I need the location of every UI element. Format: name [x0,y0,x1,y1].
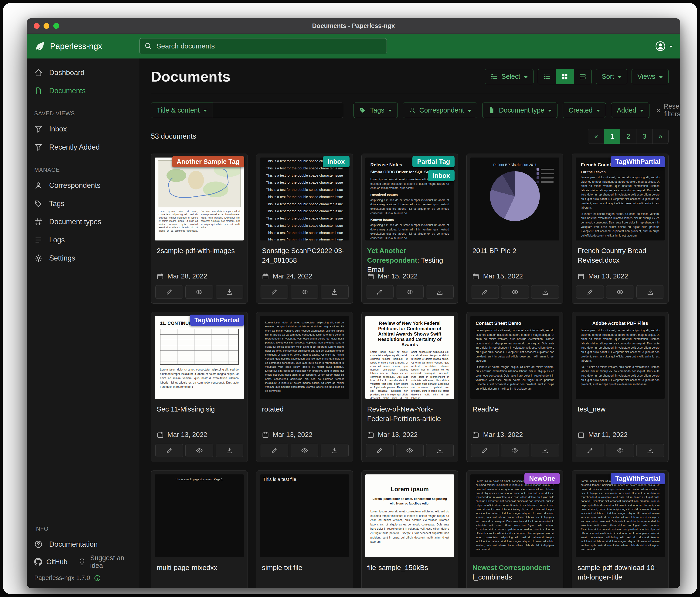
view-document-button[interactable] [185,285,213,299]
sidebar-item-github[interactable]: GitHub [34,558,67,566]
document-title[interactable]: file-sample_150kBs [361,557,458,586]
pagination-page-2[interactable]: 2 [620,129,636,144]
sidebar-item-document-types[interactable]: Document types [27,213,139,231]
document-title[interactable]: multi-page-mixedxx [151,557,248,586]
sidebar-item-logs[interactable]: Logs [27,231,139,249]
pagination-prev[interactable]: « [588,129,604,144]
document-thumbnail[interactable]: French Country BreadFor the LeavenLorem … [576,158,665,240]
document-thumbnail[interactable]: Review of New York Federal Petitions for… [365,316,454,399]
edit-document-button[interactable] [576,444,604,457]
pagination-next[interactable]: » [652,129,669,144]
document-thumbnail[interactable]: This is a test file. [260,474,349,557]
search-input[interactable] [140,38,387,54]
document-thumbnail[interactable]: This is a multi page document. Page 1. [155,474,244,557]
document-thumbnail[interactable]: Adobe Acrobat PDF FilesLorem ipsum dolor… [576,316,665,399]
document-card[interactable]: Review of New York Federal Petitions for… [361,312,458,462]
document-title[interactable]: Yet Another Correspondent: Testing Email [361,240,458,269]
document-card[interactable]: Lorem ipsum dolor sit amet, consectetur … [256,312,353,462]
document-thumbnail[interactable]: Lorem ipsumLorem ipsum dolor sit amet, c… [365,474,454,557]
user-menu[interactable] [655,41,673,51]
document-card[interactable]: This is a multi page document. Page 1. m… [151,471,248,588]
sidebar-item-suggest-idea[interactable]: Suggest an idea [78,554,131,570]
edit-document-button[interactable] [155,444,183,457]
correspondent-link[interactable]: Yet Another Correspondent [367,247,417,264]
document-thumbnail[interactable]: Lorem ipsum dolor sit amet, consectetur … [155,158,244,240]
view-document-button[interactable] [501,444,529,457]
document-title[interactable]: sample-pdf-download-10-mb-longer-title [572,557,668,586]
document-card[interactable]: Another Sample Tag Lorem ipsum dolor sit… [151,153,248,304]
sidebar-item-documentation[interactable]: Documentation [27,535,139,553]
download-document-button[interactable] [321,285,348,299]
tag-badge[interactable]: TagWithPartial [190,315,244,326]
download-document-button[interactable] [216,285,243,299]
download-document-button[interactable] [636,444,664,457]
document-card[interactable]: Contact Sheet DemoLorem ipsum dolor sit … [467,312,563,462]
close-window-button[interactable] [34,23,40,29]
document-card[interactable]: TagWithPartial 11. CONTINUING MEDICAL ED… [151,312,248,462]
sidebar-item-tags[interactable]: Tags [27,195,139,213]
download-document-button[interactable] [531,444,559,457]
document-card[interactable]: TagWithPartial French Country BreadFor t… [572,153,669,304]
grid-view-button[interactable] [556,69,574,85]
document-type-filter-button[interactable]: Document type [482,102,557,118]
document-card[interactable]: TagWithPartial Lorem ipsum dolor sit ame… [572,471,669,588]
view-document-button[interactable] [606,444,634,457]
edit-document-button[interactable] [260,285,288,299]
view-document-button[interactable] [606,285,634,299]
reset-filters-button[interactable]: × Reset filters [655,102,680,118]
document-thumbnail[interactable]: Contact Sheet DemoLorem ipsum dolor sit … [470,316,559,399]
edit-document-button[interactable] [260,444,288,457]
document-card[interactable]: Patient BP Distribution 2011 2011 BP Pie… [467,153,563,304]
document-card[interactable]: Adobe Acrobat PDF FilesLorem ipsum dolor… [572,312,669,462]
view-document-button[interactable] [501,285,529,299]
document-card[interactable]: NewOne Lorem ipsum dolor sit amet, conse… [467,471,563,588]
document-thumbnail[interactable]: Patient BP Distribution 2011 [470,158,559,240]
document-title[interactable]: Review-of-New-York-Federal-Petitions-art… [361,399,458,427]
tag-badge[interactable]: Partial Tag [412,156,454,167]
download-document-button[interactable] [636,285,664,299]
view-document-button[interactable] [291,285,318,299]
brand[interactable]: Paperless-ngx [34,41,140,52]
document-title[interactable]: ReadMe [467,399,563,427]
document-card[interactable]: Inbox This is a test for the double spac… [256,153,353,304]
view-document-button[interactable] [185,444,213,457]
pagination-page-1[interactable]: 1 [604,129,620,144]
minimize-window-button[interactable] [44,23,49,29]
download-document-button[interactable] [321,444,348,457]
tag-badge[interactable]: NewOne [524,473,560,484]
document-title[interactable]: French Country Bread Revised.docx [572,240,668,268]
document-title[interactable]: simple txt file [256,557,353,586]
document-title[interactable]: Sonstige ScanPC2022 03-24_081058 [256,240,353,268]
added-filter-button[interactable]: Added [611,102,650,118]
view-document-button[interactable] [396,285,424,299]
sidebar-item-recently-added[interactable]: Recently Added [27,138,139,157]
document-card[interactable]: Partial TagInbox Release NotesSimba ODBC… [361,153,458,304]
edit-document-button[interactable] [155,285,183,299]
edit-document-button[interactable] [366,285,394,299]
edit-document-button[interactable] [471,444,499,457]
document-title[interactable]: Sec 11-Missing sig [151,399,248,427]
download-document-button[interactable] [531,285,559,299]
view-document-button[interactable] [291,444,318,457]
document-thumbnail[interactable]: This is a test for the double space char… [260,158,349,240]
download-document-button[interactable] [426,285,454,299]
edit-document-button[interactable] [576,285,604,299]
document-thumbnail[interactable]: Lorem ipsum dolor sit amet, consectetur … [260,316,349,399]
tag-badge[interactable]: Another Sample Tag [172,156,244,167]
download-document-button[interactable] [216,444,243,457]
sidebar-item-inbox[interactable]: Inbox [27,120,139,138]
edit-document-button[interactable] [471,285,499,299]
created-filter-button[interactable]: Created [562,102,606,118]
select-button[interactable]: Select [485,69,533,85]
sidebar-item-correspondents[interactable]: Correspondents [27,176,139,195]
document-title[interactable]: 2011 BP Pie 2 [467,240,563,268]
sidebar-item-dashboard[interactable]: Dashboard [27,64,139,82]
tag-badge[interactable]: Inbox [323,156,350,167]
pagination-page-3[interactable]: 3 [636,129,652,144]
view-document-button[interactable] [396,444,424,457]
correspondent-filter-button[interactable]: Correspondent [403,102,477,118]
document-title[interactable]: 2sample-pdf-with-images [151,240,248,268]
sidebar-item-documents[interactable]: Documents [27,82,139,100]
document-thumbnail[interactable]: Lorem ipsum dolor sit amet, consectetur … [470,474,559,557]
document-thumbnail[interactable]: 11. CONTINUING MEDICAL EDUCALorem ipsum … [155,316,244,399]
